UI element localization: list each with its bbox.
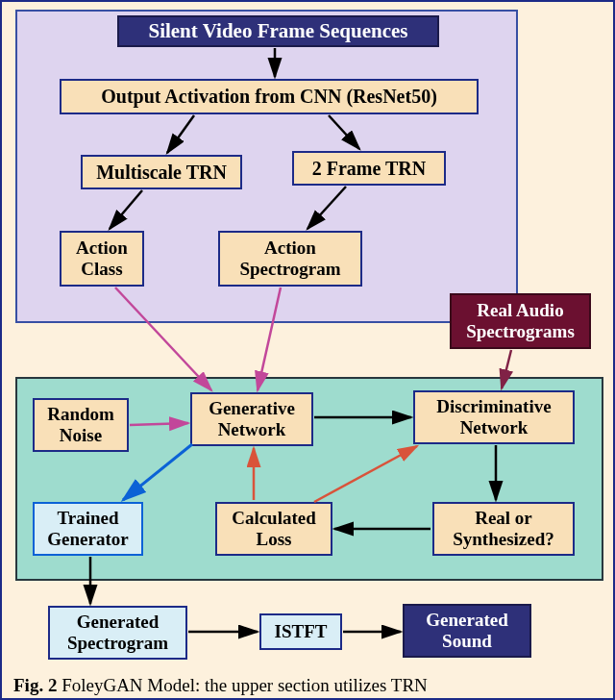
box-title: Silent Video Frame Sequences: [117, 15, 439, 47]
box-real-audio: Real Audio Spectrograms: [450, 293, 591, 349]
box-cnn: Output Activation from CNN (ResNet50): [60, 79, 479, 114]
box-istft: ISTFT: [259, 613, 342, 650]
diagram-canvas: Silent Video Frame Sequences Output Acti…: [0, 0, 615, 700]
box-action-spectrogram: Action Spectrogram: [218, 231, 362, 287]
box-discriminative-network: Discriminative Network: [413, 390, 575, 444]
box-real-or-synth: Real or Synthesized?: [432, 502, 575, 556]
caption-text: FoleyGAN Model: the upper section utiliz…: [57, 675, 427, 695]
caption-prefix: Fig. 2: [13, 675, 57, 695]
box-generated-spectrogram: Generated Spectrogram: [48, 606, 187, 660]
box-generated-sound: Generated Sound: [403, 604, 531, 658]
box-calculated-loss: Calculated Loss: [215, 502, 332, 556]
figure-caption: Fig. 2 FoleyGAN Model: the upper section…: [13, 675, 602, 696]
box-trained-generator: Trained Generator: [33, 502, 143, 556]
box-generative-network: Generative Network: [190, 392, 313, 446]
box-random-noise: Random Noise: [33, 398, 129, 452]
box-action-class: Action Class: [60, 231, 144, 287]
box-2frame-trn: 2 Frame TRN: [292, 151, 446, 186]
box-multiscale-trn: Multiscale TRN: [81, 155, 242, 189]
